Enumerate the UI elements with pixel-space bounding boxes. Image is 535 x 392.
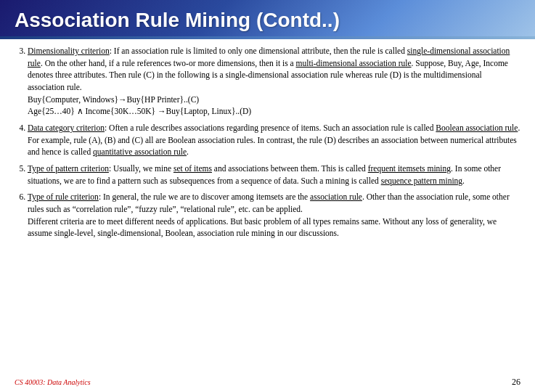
- example1: Buy{Computer, Windows}→Buy{HP Printer}..…: [28, 95, 199, 104]
- slide: Association Rule Mining (Contd..) Dimens…: [0, 0, 535, 392]
- list-item-6: Type of rule criterion: In general, the …: [28, 191, 520, 240]
- course-label: CS 40003: Data Analytics: [15, 378, 91, 386]
- header-decoration: [0, 36, 535, 39]
- list-item-5: Type of pattern criterion: Usually, we m…: [28, 163, 520, 187]
- header: Association Rule Mining (Contd..): [0, 0, 535, 39]
- term-dimensionality: Dimensionality criterion: [28, 46, 110, 55]
- term-set-of-items: set of items: [173, 164, 212, 173]
- term-quantitative: quantitative association rule: [93, 147, 187, 156]
- term-boolean: Boolean association rule: [436, 123, 518, 132]
- example2: Age{25…40} ∧ Income{30K…50K} →Buy{Laptop…: [28, 107, 251, 115]
- term-frequent-itemsets: frequent itemsets mining: [368, 164, 451, 173]
- term-multi-dimensional: multi-dimensional association rule: [296, 59, 412, 68]
- term-sequence-pattern: sequence pattern mining: [381, 176, 462, 185]
- extra-text: Different criteria are to meet different…: [28, 217, 497, 238]
- slide-title: Association Rule Mining (Contd..): [15, 9, 520, 32]
- footer: CS 40003: Data Analytics 26: [15, 377, 520, 388]
- list-item-4: Data category criterion: Often a rule de…: [28, 122, 520, 158]
- term-pattern: Type of pattern criterion: [28, 164, 109, 173]
- term-rule-criterion: Type of rule criterion: [28, 192, 99, 201]
- term-data-category: Data category criterion: [28, 123, 105, 132]
- list-item-3: Dimensionality criterion: If an associat…: [28, 45, 520, 118]
- term-association-rule: association rule: [310, 192, 362, 201]
- content-area: Dimensionality criterion: If an associat…: [0, 39, 535, 247]
- page-number: 26: [512, 377, 520, 388]
